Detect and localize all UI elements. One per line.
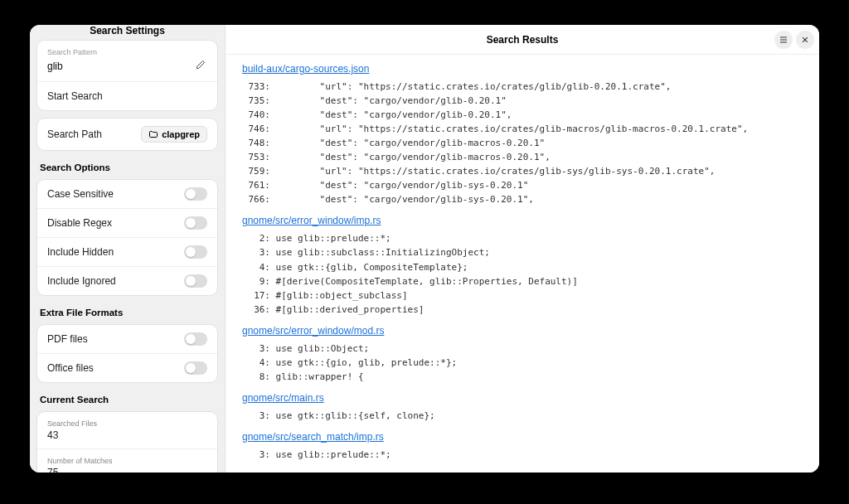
close-button[interactable] <box>796 31 814 49</box>
office-files-row[interactable]: Office files <box>37 354 217 382</box>
folder-icon <box>148 129 158 139</box>
menu-button[interactable] <box>774 31 793 49</box>
edit-icon[interactable] <box>194 58 207 74</box>
file-link[interactable]: gnome/src/search_match/imp.rs <box>242 431 384 443</box>
result-line[interactable]: 740: "dest": "cargo/vendor/glib-0.20.1", <box>242 108 803 122</box>
result-line[interactable]: 2: use glib::prelude::*; <box>242 231 803 245</box>
matches-row: Number of Matches 75 <box>37 449 217 472</box>
hamburger-icon <box>779 35 788 45</box>
search-pattern-label: Search Pattern <box>47 48 207 56</box>
search-pattern-input[interactable] <box>47 61 194 72</box>
search-path-chip[interactable]: clapgrep <box>141 126 207 143</box>
disable-regex-row[interactable]: Disable Regex <box>37 209 217 238</box>
disable-regex-switch[interactable] <box>184 216 207 230</box>
searched-files-row: Searched Files 43 <box>37 412 217 449</box>
pdf-files-row[interactable]: PDF files <box>37 325 217 354</box>
result-line[interactable]: 3: use glib::subclass::InitializingObjec… <box>242 245 803 259</box>
include-ignored-switch[interactable] <box>184 274 207 288</box>
current-search-title: Current Search <box>30 386 225 408</box>
result-line[interactable]: 8: glib::wrapper! { <box>242 370 803 384</box>
search-path-row[interactable]: Search Path clapgrep <box>37 119 217 150</box>
result-line[interactable]: 761: "dest": "cargo/vendor/glib-sys-0.20… <box>242 178 803 192</box>
result-line[interactable]: 9: #[derive(CompositeTemplate, glib::Pro… <box>242 274 803 288</box>
search-path-card: Search Path clapgrep <box>36 118 218 151</box>
result-line[interactable]: 3: use gtk::glib::{self, clone}; <box>242 409 803 423</box>
result-line[interactable]: 3: use glib::Object; <box>242 342 803 356</box>
result-line[interactable]: 17: #[glib::object_subclass] <box>242 288 803 303</box>
case-sensitive-switch[interactable] <box>184 187 207 201</box>
file-link[interactable]: build-aux/cargo-sources.json <box>242 63 369 75</box>
file-link[interactable]: gnome/src/error_window/imp.rs <box>242 215 381 226</box>
result-line[interactable]: 735: "dest": "cargo/vendor/glib-0.20.1" <box>242 94 803 108</box>
results-title: Search Results <box>487 34 559 46</box>
search-options-card: Case Sensitive Disable Regex Include Hid… <box>36 179 218 296</box>
current-search-card: Searched Files 43 Number of Matches 75 C… <box>36 411 218 472</box>
include-ignored-row[interactable]: Include Ignored <box>37 267 217 295</box>
search-options-title: Search Options <box>30 154 225 176</box>
result-line[interactable]: 733: "url": "https://static.crates.io/cr… <box>242 80 803 94</box>
result-line[interactable]: 36: #[glib::derived_properties] <box>242 303 803 317</box>
titlebar: Search Results <box>226 25 819 55</box>
search-pattern-row[interactable]: Search Pattern <box>37 41 217 82</box>
result-line[interactable]: 746: "url": "https://static.crates.io/cr… <box>242 122 803 136</box>
sidebar-title: Search Settings <box>30 25 225 36</box>
include-hidden-switch[interactable] <box>184 245 207 259</box>
extra-formats-card: PDF files Office files <box>36 324 218 383</box>
result-line[interactable]: 766: "dest": "cargo/vendor/glib-sys-0.20… <box>242 192 803 206</box>
case-sensitive-row[interactable]: Case Sensitive <box>37 180 217 209</box>
pdf-files-switch[interactable] <box>184 332 207 346</box>
search-card: Search Pattern Start Search <box>36 40 218 111</box>
result-line[interactable]: 753: "dest": "cargo/vendor/glib-macros-0… <box>242 150 803 164</box>
main-pane: Search Results build-aux/cargo-sources.j… <box>226 25 819 472</box>
office-files-switch[interactable] <box>184 361 207 375</box>
sidebar: Search Settings Search Pattern Start Sea… <box>30 25 226 472</box>
extra-formats-title: Extra File Formats <box>30 299 225 321</box>
file-link[interactable]: gnome/src/main.rs <box>242 392 324 404</box>
result-line[interactable]: 748: "dest": "cargo/vendor/glib-macros-0… <box>242 136 803 150</box>
include-hidden-row[interactable]: Include Hidden <box>37 238 217 267</box>
result-line[interactable]: 3: use glib::prelude::*; <box>242 448 803 462</box>
result-line[interactable]: 759: "url": "https://static.crates.io/cr… <box>242 164 803 178</box>
file-link[interactable]: gnome/src/error_window/mod.rs <box>242 325 384 337</box>
start-search-button[interactable]: Start Search <box>37 82 217 110</box>
close-icon <box>801 36 809 44</box>
result-line[interactable]: 4: use gtk::{glib, CompositeTemplate}; <box>242 260 803 274</box>
app-window: Search Settings Search Pattern Start Sea… <box>30 25 819 472</box>
results-list[interactable]: build-aux/cargo-sources.json733: "url": … <box>226 55 819 472</box>
result-line[interactable]: 4: use gtk::{gio, glib, prelude::*}; <box>242 356 803 370</box>
